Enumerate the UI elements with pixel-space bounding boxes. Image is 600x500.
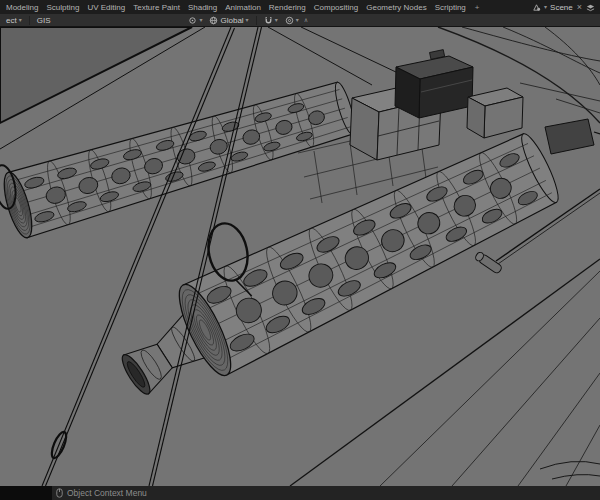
proportional-edit-icon [285,16,294,25]
scene-unlink-button[interactable]: × [576,3,583,12]
tab-uv-editing[interactable]: UV Editing [83,3,129,12]
tab-compositing[interactable]: Compositing [310,3,362,12]
pivot-point-dropdown[interactable]: ▾ [186,16,204,25]
header-separator [29,16,30,25]
proportional-edit-dropdown[interactable]: ▾ [283,16,301,25]
statusbar-left-block [0,486,52,500]
mode-label: ect [6,16,17,25]
view-layer-icon[interactable] [586,3,595,12]
viewport-header: ect ▾ GIS ▾ Global ▾ ▾ ▾ ∧ [0,14,600,27]
mode-dropdown[interactable]: ect ▾ [4,16,24,25]
tab-sculpting[interactable]: Sculpting [42,3,83,12]
scene-selector: ▾ Scene × [532,3,598,12]
magnet-icon [264,16,273,25]
tab-scripting[interactable]: Scripting [431,3,470,12]
status-bar: Object Context Menu [0,486,600,500]
add-workspace-button[interactable]: + [470,3,485,12]
pivot-point-icon [188,16,197,25]
transform-orientation-dropdown[interactable]: Global ▾ [207,16,250,25]
header-separator [256,16,257,25]
viewport-3d[interactable] [0,27,600,486]
tab-shading[interactable]: Shading [184,3,221,12]
tab-geometry-nodes[interactable]: Geometry Nodes [362,3,430,12]
tab-texture-paint[interactable]: Texture Paint [129,3,184,12]
snapping-dropdown[interactable]: ▾ [262,16,280,25]
proportional-caret-icon: ▾ [296,17,299,23]
scene-icon [532,3,541,12]
snap-caret-icon: ▾ [275,17,278,23]
orientation-caret-icon: ▾ [246,17,249,23]
orientation-label: Global [220,16,243,25]
mouse-icon [56,488,63,498]
status-hint: Object Context Menu [67,488,147,498]
wireframe-scene [0,27,600,486]
scene-name[interactable]: Scene [550,3,573,12]
tab-rendering[interactable]: Rendering [265,3,310,12]
tab-modeling[interactable]: Modeling [2,3,42,12]
pivot-caret-icon: ▾ [199,17,202,23]
menu-gis[interactable]: GIS [35,16,53,25]
orientation-globe-icon [209,16,218,25]
menu-gis-label: GIS [37,16,51,25]
tab-animation[interactable]: Animation [221,3,265,12]
topbar: Modeling Sculpting UV Editing Texture Pa… [0,0,600,14]
scene-browse-caret-icon[interactable]: ▾ [544,4,547,10]
collapse-indicator-icon: ∧ [304,17,308,23]
mode-caret-icon: ▾ [19,17,22,23]
